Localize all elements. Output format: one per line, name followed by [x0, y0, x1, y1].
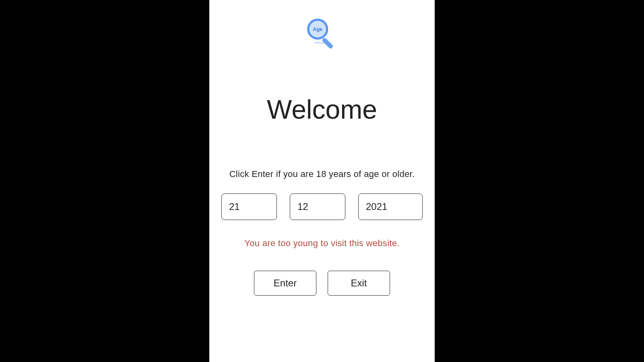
year-input[interactable]	[358, 193, 423, 220]
enter-button[interactable]: Enter	[254, 271, 316, 296]
month-input[interactable]	[290, 193, 345, 220]
date-of-birth-row	[221, 193, 423, 220]
svg-text:Verification: Verification	[314, 41, 325, 44]
day-input[interactable]	[221, 193, 277, 220]
svg-text:Age: Age	[313, 27, 322, 32]
error-message: You are too young to visit this website.	[244, 238, 399, 249]
action-buttons: Enter Exit	[254, 271, 390, 296]
age-verification-panel: Age Verification Welcome Click Enter if …	[209, 0, 435, 362]
logo: Age Verification	[304, 16, 340, 54]
age-verification-icon: Age Verification	[304, 16, 340, 52]
instruction-text: Click Enter if you are 18 years of age o…	[229, 169, 415, 179]
exit-button[interactable]: Exit	[328, 271, 390, 296]
welcome-heading: Welcome	[267, 94, 377, 125]
